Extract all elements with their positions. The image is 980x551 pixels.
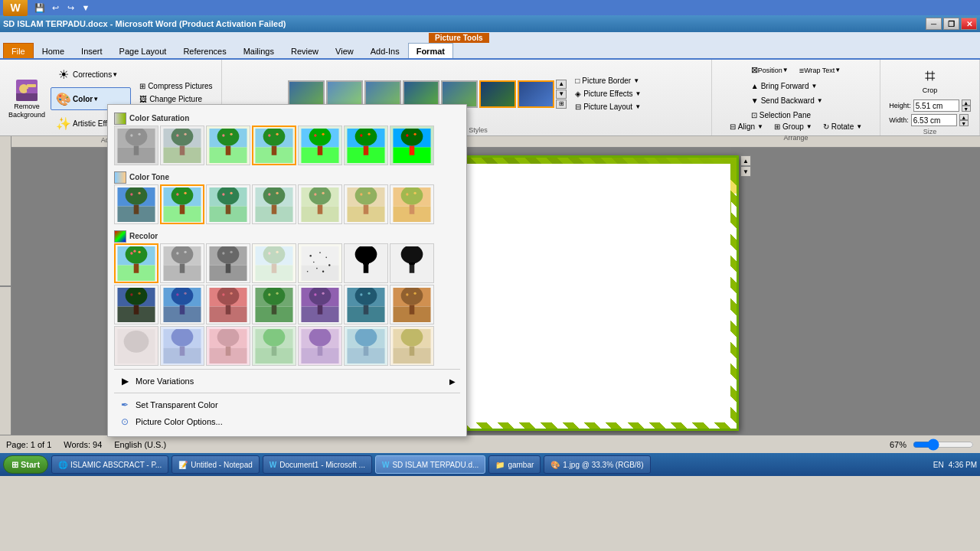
set-transparent-item[interactable]: ✒ Set Transparent Color [114, 396, 460, 413]
width-up[interactable]: ▲ [959, 114, 969, 120]
recolor-wash[interactable] [252, 243, 296, 283]
tone-icon[interactable] [114, 171, 126, 184]
recolor-green[interactable] [252, 285, 296, 324]
rotate-button[interactable]: ↻ Rotate ▼ [819, 121, 866, 132]
tone-item-4[interactable] [252, 184, 296, 224]
height-up[interactable]: ▲ [962, 99, 971, 106]
taskbar-islamic[interactable]: 🌐 ISLAMIC ABSCRACT - P... [51, 455, 168, 474]
tone-item-1[interactable] [114, 184, 158, 224]
redo-quick-btn[interactable]: ↪ [64, 2, 77, 14]
sat-item-6[interactable] [344, 126, 388, 165]
saturation-icon[interactable] [114, 112, 126, 125]
color-options-item[interactable]: ⊙ Picture Color Options... [114, 413, 460, 430]
recolor-light-pink[interactable] [206, 326, 250, 366]
picture-effects-button[interactable]: ◈ Picture Effects ▼ [571, 88, 645, 99]
recolor-orange[interactable] [390, 285, 434, 324]
handle-bl[interactable] [557, 359, 563, 365]
tone-item-5[interactable] [298, 184, 342, 224]
taskbar-notepad[interactable]: 📝 Untitled - Notepad [172, 455, 260, 474]
customize-quick-btn[interactable]: ▼ [80, 2, 92, 14]
wrap-text-button[interactable]: ≡ Wrap Text ▼ [795, 63, 845, 77]
handle-tr[interactable] [653, 270, 659, 276]
tab-mailings[interactable]: Mailings [235, 43, 283, 58]
handle-bc[interactable] [605, 359, 611, 365]
sat-item-3[interactable] [206, 126, 250, 165]
handle-mr[interactable] [653, 315, 659, 321]
recolor-purple[interactable] [298, 285, 342, 324]
selected-image[interactable] [558, 272, 658, 364]
recolor-icon[interactable] [114, 230, 126, 243]
selection-pane-button[interactable]: ⊡ Selection Pane [747, 109, 815, 121]
send-backward-button[interactable]: ▼ Send Backward ▼ [747, 95, 827, 106]
close-button[interactable]: ✕ [961, 18, 977, 30]
sat-item-2[interactable] [160, 126, 204, 165]
recolor-no-recolor[interactable] [114, 243, 158, 283]
picture-border-button[interactable]: □ Picture Border ▼ [571, 75, 645, 86]
width-input[interactable] [911, 114, 957, 126]
align-button[interactable]: ⊟ Align ▼ [726, 121, 767, 132]
tab-page-layout[interactable]: Page Layout [111, 43, 175, 58]
position-button[interactable]: ⊠ Position ▼ [747, 63, 792, 77]
scroll-down-btn[interactable]: ▼ [740, 166, 751, 177]
recolor-light-purple[interactable] [298, 326, 342, 366]
handle-tc[interactable] [605, 270, 611, 276]
handle-tl[interactable] [557, 270, 563, 276]
recolor-dark[interactable] [114, 285, 158, 324]
tone-item-3[interactable] [206, 184, 250, 224]
bring-forward-button[interactable]: ▲ Bring Forward ▼ [747, 80, 822, 92]
sat-item-1[interactable] [114, 126, 158, 165]
tab-home[interactable]: Home [34, 43, 73, 58]
save-quick-btn[interactable]: 💾 [34, 2, 46, 14]
handle-ml[interactable] [557, 315, 563, 321]
recolor-light-teal[interactable] [344, 326, 388, 366]
undo-quick-btn[interactable]: ↩ [49, 2, 61, 14]
compress-pictures-button[interactable]: ⊞ Compress Pictures [136, 80, 216, 92]
gallery-more[interactable]: ⊞ [556, 99, 567, 109]
corrections-button[interactable]: ☀ Corrections ▼ [51, 63, 131, 86]
recolor-gray-25[interactable] [160, 243, 204, 283]
start-button[interactable]: ⊞ Start [3, 455, 48, 474]
tab-format[interactable]: Format [408, 43, 453, 58]
tab-review[interactable]: Review [283, 43, 327, 58]
picture-layout-button[interactable]: ⊟ Picture Layout ▼ [571, 101, 645, 112]
height-down[interactable]: ▼ [962, 106, 971, 112]
sat-item-4[interactable] [252, 126, 296, 165]
recolor-pink[interactable] [206, 285, 250, 324]
recolor-light-1[interactable] [114, 326, 158, 366]
tone-item-7[interactable] [390, 184, 434, 224]
zoom-slider[interactable] [913, 439, 974, 451]
tab-insert[interactable]: Insert [73, 43, 111, 58]
handle-br[interactable] [653, 359, 659, 365]
taskbar-gambar[interactable]: 📁 gambar [488, 455, 541, 474]
tab-file[interactable]: File [3, 43, 34, 58]
gallery-scroll-up[interactable]: ▲ [556, 80, 567, 89]
recolor-light-blue[interactable] [160, 326, 204, 366]
minimize-button[interactable]: ─ [926, 18, 942, 30]
more-variations-item[interactable]: ▶ More Variations ▶ [114, 373, 460, 390]
recolor-light-orange[interactable] [390, 326, 434, 366]
taskbar-doc1[interactable]: W Document1 - Microsoft ... [263, 455, 372, 474]
office-button[interactable]: W [3, 0, 28, 16]
tab-add-ins[interactable]: Add-Ins [362, 43, 408, 58]
group-button[interactable]: ⊞ Group ▼ [770, 121, 816, 132]
taskbar-sd-islam[interactable]: W SD ISLAM TERPADU.d... [375, 455, 485, 474]
gallery-item-selected[interactable] [479, 80, 516, 108]
recolor-gray-50[interactable] [206, 243, 250, 283]
height-input[interactable] [913, 99, 959, 112]
crop-button[interactable]: ⌗ Crop [915, 63, 946, 96]
recolor-silhouette-dots[interactable] [298, 243, 342, 283]
tab-references[interactable]: References [175, 43, 234, 58]
tone-item-6[interactable] [344, 184, 388, 224]
restore-button[interactable]: ❐ [943, 18, 959, 30]
sat-item-7[interactable] [390, 126, 434, 165]
remove-background-button[interactable]: RemoveBackground [5, 76, 49, 122]
recolor-teal[interactable] [344, 285, 388, 324]
width-down[interactable]: ▼ [959, 120, 969, 126]
tab-view[interactable]: View [327, 43, 362, 58]
tone-item-2[interactable] [160, 184, 204, 224]
recolor-light-green[interactable] [252, 326, 296, 366]
recolor-black-silhouette[interactable] [344, 243, 388, 283]
gallery-scroll-down[interactable]: ▼ [556, 90, 567, 99]
sat-item-5[interactable] [298, 126, 342, 165]
recolor-silhouette-3[interactable] [390, 243, 434, 283]
